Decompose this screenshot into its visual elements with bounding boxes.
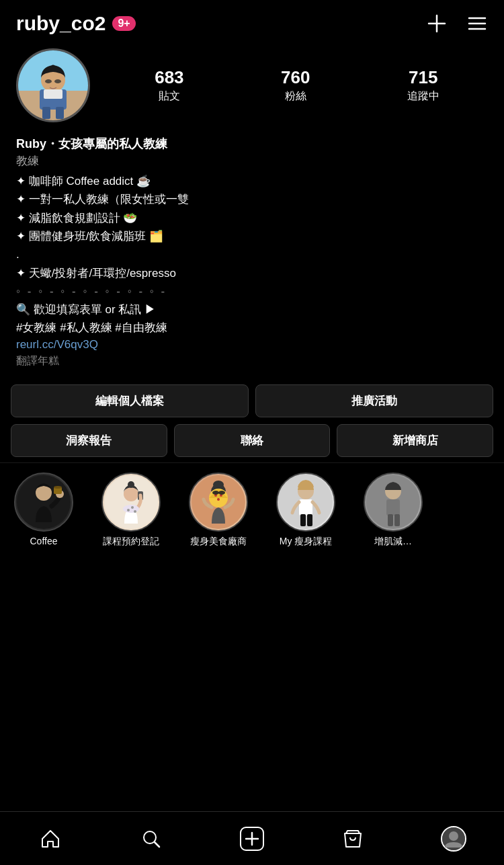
highlight-muscle-label: 增肌減… — [374, 536, 412, 548]
followers-label: 粉絲 — [285, 89, 306, 104]
bio-line4: ✦ 團體健身班/飲食減脂班 🗂️ — [16, 228, 488, 245]
bio-dots: ◦ - ◦ - ◦ - ◦ - ◦ - ◦ - ◦ - — [16, 285, 488, 298]
svg-point-26 — [131, 506, 134, 509]
nav-shop[interactable] — [333, 819, 373, 859]
svg-rect-9 — [42, 107, 50, 119]
nav-add[interactable] — [232, 819, 272, 859]
bio-line7: 🔍 歡迎填寫表單 or 私訊 ▶ — [16, 301, 488, 319]
stat-following[interactable]: 715 追蹤中 — [407, 67, 439, 104]
svg-point-54 — [449, 831, 458, 841]
nav-home[interactable] — [30, 819, 71, 859]
followers-count: 760 — [281, 67, 310, 88]
add-icon[interactable] — [426, 13, 448, 34]
svg-rect-45 — [386, 499, 400, 516]
bottom-nav — [0, 811, 504, 865]
highlight-muscle-circle — [364, 472, 423, 532]
svg-rect-42 — [307, 514, 312, 526]
svg-point-13 — [54, 79, 61, 83]
highlight-course-circle — [101, 472, 161, 532]
svg-point-36 — [218, 491, 225, 495]
highlight-muscle[interactable]: 增肌減… — [349, 472, 437, 548]
search-icon — [140, 828, 162, 850]
stat-posts[interactable]: 683 貼文 — [155, 67, 183, 104]
highlight-fitness-label: My 瘦身課程 — [280, 536, 333, 548]
bio-title: 教練 — [16, 153, 488, 169]
highlight-fitness[interactable]: My 瘦身課程 — [262, 472, 349, 548]
bio-section: Ruby・女孩專屬的私人教練 教練 ✦ 咖啡師 Coffee addict ☕ … — [0, 133, 504, 379]
bio-line2: ✦ 一對一私人教練（限女性或一雙 — [16, 191, 488, 208]
svg-point-19 — [54, 486, 62, 489]
home-icon — [40, 828, 61, 850]
top-header: ruby_co2 9+ — [0, 0, 504, 42]
profile-section: 683 貼文 760 粉絲 715 追蹤中 — [0, 42, 504, 133]
bio-name: Ruby・女孩專屬的私人教練 — [16, 136, 488, 152]
header-icons — [426, 13, 488, 34]
highlight-coffee-label: Coffee — [30, 536, 58, 546]
svg-rect-10 — [56, 107, 64, 119]
insight-button[interactable]: 洞察報告 — [11, 424, 167, 457]
highlight-food-circle — [189, 472, 248, 532]
highlight-fitness-circle — [276, 472, 335, 532]
svg-rect-40 — [299, 499, 312, 516]
edit-profile-button[interactable]: 編輯個人檔案 — [11, 384, 249, 417]
svg-point-22 — [128, 481, 134, 488]
contact-button[interactable]: 聯絡 — [174, 424, 331, 457]
shop-icon — [342, 828, 364, 850]
menu-icon[interactable] — [466, 13, 488, 34]
avatar-image — [18, 50, 88, 120]
bio-link[interactable]: reurl.cc/V6qv3Q — [16, 338, 488, 352]
svg-line-49 — [155, 842, 159, 847]
svg-rect-14 — [44, 89, 62, 99]
bio-line1: ✦ 咖啡師 Coffee addict ☕ — [16, 173, 488, 190]
highlight-food-label: 瘦身美食廠商 — [190, 536, 247, 548]
bio-translate[interactable]: 翻譯年糕 — [16, 354, 488, 368]
bio-line6: ✦ 天蠍/投射者/耳環控/espresso — [16, 265, 488, 282]
following-count: 715 — [409, 67, 437, 88]
svg-point-30 — [213, 481, 224, 489]
svg-rect-41 — [300, 514, 306, 526]
highlights-section: Coffee 課程 — [0, 462, 504, 553]
bio-hashtags: #女教練 #私人教練 #自由教練 — [16, 319, 488, 337]
posts-label: 貼文 — [159, 89, 180, 104]
buttons-row2: 洞察報告 聯絡 新增商店 — [11, 424, 493, 457]
following-label: 追蹤中 — [407, 89, 439, 104]
highlight-course[interactable]: 課程預約登記 — [87, 472, 175, 548]
username-text: ruby_co2 — [16, 12, 106, 35]
bio-line3: ✦ 減脂飲食規劃設計 🥗 — [16, 210, 488, 227]
svg-point-24 — [123, 505, 139, 513]
svg-point-25 — [127, 509, 130, 511]
svg-point-34 — [217, 498, 220, 501]
action-buttons: 編輯個人檔案 推廣活動 洞察報告 聯絡 新增商店 — [0, 379, 504, 462]
nav-profile[interactable] — [433, 819, 474, 859]
add-post-icon — [239, 826, 265, 852]
svg-point-12 — [45, 79, 52, 83]
username-area: ruby_co2 9+ — [16, 12, 136, 35]
highlight-course-label: 課程預約登記 — [103, 536, 159, 548]
bio-line5: . — [16, 246, 488, 263]
avatar-container[interactable] — [16, 48, 90, 122]
posts-count: 683 — [155, 67, 183, 88]
svg-rect-46 — [388, 514, 393, 526]
nav-profile-avatar — [441, 826, 466, 852]
stats-area: 683 貼文 760 粉絲 715 追蹤中 — [106, 67, 488, 104]
notification-badge[interactable]: 9+ — [112, 16, 135, 31]
highlight-food[interactable]: 瘦身美食廠商 — [175, 472, 262, 548]
highlight-coffee-circle — [14, 472, 73, 532]
nav-search[interactable] — [131, 819, 171, 859]
promote-button[interactable]: 推廣活動 — [255, 384, 493, 417]
avatar-ring — [16, 48, 90, 122]
highlight-coffee[interactable]: Coffee — [0, 472, 87, 548]
shop-button[interactable]: 新增商店 — [337, 424, 493, 457]
svg-point-27 — [134, 510, 136, 513]
svg-rect-47 — [394, 514, 400, 526]
buttons-row1: 編輯個人檔案 推廣活動 — [11, 384, 493, 417]
svg-point-35 — [212, 491, 219, 495]
stat-followers[interactable]: 760 粉絲 — [281, 67, 310, 104]
